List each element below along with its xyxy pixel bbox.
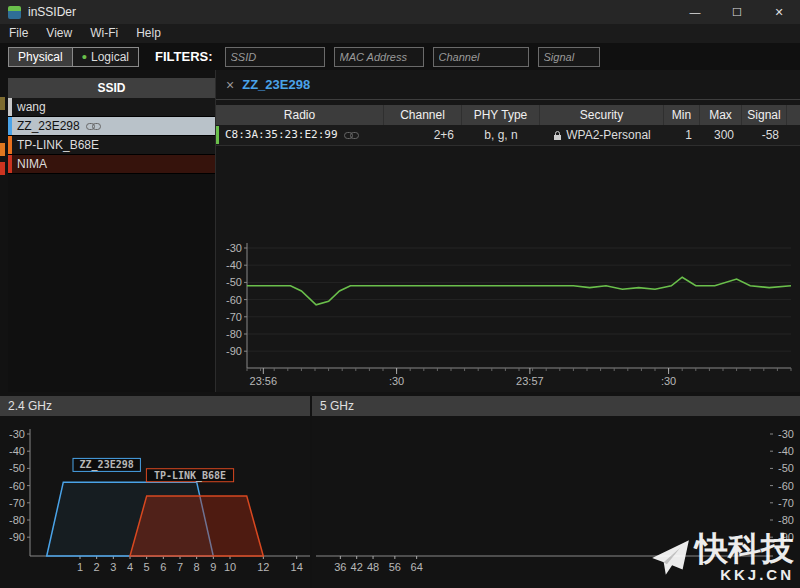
toggle-bullet-icon: • <box>82 52 87 62</box>
filter-input-signal[interactable] <box>538 47 600 67</box>
y-tick-label: -40 <box>226 259 242 271</box>
band-24ghz-chart: -30-40-50-60-70-80-90123456789101214ZZ_2… <box>0 416 310 588</box>
filter-input-ssid[interactable] <box>225 47 325 67</box>
col-header-radio[interactable]: Radio <box>216 105 384 125</box>
y-tick-label: -40 <box>778 445 794 457</box>
channel-tick-label: 14 <box>291 561 303 573</box>
y-tick-label: -30 <box>778 428 794 440</box>
channel-tick-label: 2 <box>94 561 100 573</box>
y-tick-label: -50 <box>778 462 794 474</box>
y-tick-label: -70 <box>226 311 242 323</box>
col-header-channel[interactable]: Channel <box>384 105 462 125</box>
channel-tick-label: 8 <box>194 561 200 573</box>
filter-input-mac-address[interactable] <box>334 47 424 67</box>
edge-color-marker <box>0 97 5 110</box>
y-tick-label: -40 <box>9 445 25 457</box>
y-tick-label: -60 <box>9 480 25 492</box>
band-24ghz-header: 2.4 GHz <box>0 396 310 416</box>
network-name: wang <box>17 100 46 114</box>
network-label-TP-LINK_B68E: TP-LINK_B68E <box>154 470 226 482</box>
channel-tick-label: 6 <box>160 561 166 573</box>
menu-help[interactable]: Help <box>127 24 170 43</box>
y-tick-label: -30 <box>226 242 242 254</box>
detail-panel: × ZZ_23E298 RadioChannelPHY TypeSecurity… <box>215 70 800 392</box>
channel-tick-label: 3 <box>110 561 116 573</box>
y-tick-label: -50 <box>9 462 25 474</box>
cell-security: WPA2-Personal <box>540 125 664 145</box>
channel-tick-label: 12 <box>257 561 269 573</box>
signal-indicator-bar <box>216 126 219 144</box>
menu-wifi[interactable]: Wi-Fi <box>81 24 127 43</box>
network-color-indicator <box>8 155 12 173</box>
channel-tick-label: 5 <box>144 561 150 573</box>
network-name: NIMA <box>17 157 47 171</box>
signal-line-ZZ_23E298 <box>247 277 791 305</box>
network-list-panel: SSID wangZZ_23E298TP-LINK_B68ENIMA <box>8 78 215 392</box>
network-color-indicator <box>8 98 12 116</box>
col-header-signal[interactable]: Signal <box>742 105 787 125</box>
channel-tick-label: 42 <box>351 561 363 573</box>
titlebar: inSSIDer — ☐ ✕ <box>0 0 800 24</box>
window-controls: — ☐ ✕ <box>674 0 800 24</box>
radio-cell: C8:3A:35:23:E2:99 <box>216 125 384 145</box>
network-row-NIMA[interactable]: NIMA <box>8 155 215 174</box>
y-tick-label: -30 <box>9 428 25 440</box>
network-color-indicator <box>8 136 12 154</box>
y-tick-label: -70 <box>778 497 794 509</box>
col-header-min[interactable]: Min <box>664 105 700 125</box>
channel-tick-label: 56 <box>389 561 401 573</box>
menu-bar: FileViewWi-FiHelp <box>0 24 800 43</box>
inssider-window: inSSIDer — ☐ ✕ FileViewWi-FiHelp Physica… <box>0 0 800 588</box>
tab-title[interactable]: ZZ_23E298 <box>242 77 310 92</box>
col-header-max[interactable]: Max <box>700 105 742 125</box>
detail-tab[interactable]: × ZZ_23E298 <box>216 70 800 100</box>
channel-tick-label: 4 <box>127 561 133 573</box>
y-tick-label: -80 <box>226 328 242 340</box>
cell-phy-type: b, g, n <box>462 125 540 145</box>
edge-color-marker <box>0 143 5 156</box>
minimize-button[interactable]: — <box>674 0 716 24</box>
lock-icon <box>553 130 562 141</box>
toolbar: Physical•Logical FILTERS: <box>0 43 800 70</box>
channel-tick-label: 36 <box>334 561 346 573</box>
y-tick-label: -60 <box>226 294 242 306</box>
cell-signal: -58 <box>742 125 787 145</box>
channel-tick-label: 10 <box>224 561 236 573</box>
x-tick-label: 23:57 <box>516 375 544 387</box>
close-button[interactable]: ✕ <box>758 0 800 24</box>
x-tick-label: 23:56 <box>250 375 278 387</box>
radio-table-header: RadioChannelPHY TypeSecurityMinMaxSignal <box>216 105 800 125</box>
cell-min: 1 <box>664 125 700 145</box>
channel-tick-label: 9 <box>210 561 216 573</box>
network-name: TP-LINK_B68E <box>17 138 99 152</box>
y-tick-label: -80 <box>9 514 25 526</box>
view-toggle-logical[interactable]: •Logical <box>73 47 139 67</box>
network-row-TP-LINK_B68E[interactable]: TP-LINK_B68E <box>8 136 215 155</box>
menu-view[interactable]: View <box>37 24 81 43</box>
network-row-ZZ_23E298[interactable]: ZZ_23E298 <box>8 117 215 136</box>
maximize-button[interactable]: ☐ <box>716 0 758 24</box>
col-header-security[interactable]: Security <box>540 105 664 125</box>
y-tick-label: -80 <box>778 514 794 526</box>
view-toggle-physical[interactable]: Physical <box>8 47 73 67</box>
tab-close-icon[interactable]: × <box>226 77 234 93</box>
menu-file[interactable]: File <box>0 24 37 43</box>
network-row-wang[interactable]: wang <box>8 98 215 117</box>
cell-channel: 2+6 <box>384 125 462 145</box>
col-header-phy-type[interactable]: PHY Type <box>462 105 540 125</box>
band-24ghz-panel: 2.4 GHz -30-40-50-60-70-80-9012345678910… <box>0 396 310 588</box>
x-tick-label: :30 <box>661 375 676 387</box>
y-tick-label: -50 <box>226 276 242 288</box>
x-tick-label: :30 <box>389 375 404 387</box>
y-tick-label: -90 <box>226 345 242 357</box>
window-title: inSSIDer <box>28 5 76 19</box>
edge-color-marker <box>0 162 5 175</box>
link-icon <box>86 122 101 131</box>
filter-input-channel[interactable] <box>433 47 529 67</box>
y-tick-label: -70 <box>9 497 25 509</box>
ssid-column-header[interactable]: SSID <box>8 78 215 98</box>
radio-row[interactable]: C8:3A:35:23:E2:992+6b, g, nWPA2-Personal… <box>216 125 800 146</box>
coverage-shape-TP-LINK_B68E[interactable] <box>130 496 263 556</box>
y-tick-label: -90 <box>9 531 25 543</box>
app-icon <box>8 6 21 19</box>
